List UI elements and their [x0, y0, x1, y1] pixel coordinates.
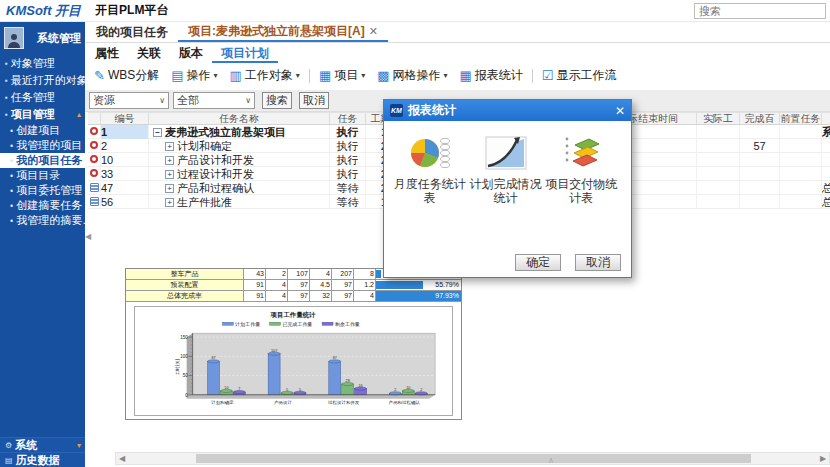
- tab[interactable]: 我的项目任务: [86, 22, 178, 42]
- sidebar-subitem[interactable]: •我管理的摘要…: [0, 213, 85, 228]
- svg-text:产品设计: 产品设计: [274, 400, 292, 405]
- sidebar-subitem-label: 项目委托管理: [16, 183, 82, 198]
- resource-dropdown[interactable]: 资源 ∨: [89, 92, 169, 109]
- work-object-icon: ▥: [230, 69, 242, 82]
- task-name-label: 生产件批准: [177, 196, 232, 208]
- column-header[interactable]: [822, 113, 830, 124]
- summary-value: 8: [354, 269, 376, 279]
- sidebar-subitem[interactable]: •创建项目: [0, 123, 85, 138]
- tree-toggle-icon[interactable]: +: [165, 170, 174, 179]
- ok-button[interactable]: 确定: [515, 254, 561, 271]
- operate-button[interactable]: ▤操作▾: [171, 67, 217, 84]
- svg-text:16: 16: [358, 384, 362, 388]
- task-status: 执行: [330, 139, 366, 153]
- scope-dropdown[interactable]: 全部 ∨: [173, 92, 255, 109]
- sidebar-item[interactable]: ▤历史数据: [0, 452, 85, 467]
- project-button[interactable]: ▦项目▾: [319, 67, 365, 84]
- sidebar-item[interactable]: ▪项目管理▴: [0, 106, 85, 123]
- task-type-cell: [88, 153, 101, 167]
- tree-toggle-icon[interactable]: −: [153, 128, 162, 137]
- sidebar-item[interactable]: ▪对象管理: [0, 55, 85, 72]
- grid-operate-button[interactable]: ▩网格操作▾: [377, 67, 447, 84]
- collapse-triangle-icon[interactable]: ▾: [77, 441, 81, 450]
- cancel-button[interactable]: 取消: [299, 92, 329, 109]
- summary-value: 32: [310, 291, 332, 301]
- scroll-left-icon[interactable]: ◀: [116, 453, 128, 464]
- subtab[interactable]: 关联: [128, 45, 170, 63]
- sidebar-subitem[interactable]: •创建摘要任务: [0, 198, 85, 213]
- app-logo: KMSoft 开目: [6, 2, 81, 20]
- splitter-grip-icon[interactable]: ∧: [548, 456, 554, 465]
- horizontal-scrollbar[interactable]: ◀ ▶: [115, 452, 830, 465]
- task-name-label: 产品和过程确认: [177, 182, 254, 194]
- sidebar-item[interactable]: ⚙系统▾: [0, 437, 85, 452]
- report-option-label: 项目交付物统计表: [543, 178, 619, 206]
- sidebar-item[interactable]: ▪最近打开的对象: [0, 72, 85, 89]
- wbs-button[interactable]: ✎WBS分解: [94, 67, 159, 84]
- column-header[interactable]: [88, 113, 101, 124]
- close-icon[interactable]: ✕: [369, 25, 378, 38]
- collapse-triangle-icon[interactable]: ▴: [77, 110, 81, 119]
- sidebar-subitem[interactable]: •项目委托管理: [0, 183, 85, 198]
- sidebar-item[interactable]: ▪任务管理: [0, 89, 85, 106]
- sidebar-subitem[interactable]: •项目目录: [0, 168, 85, 183]
- summary-row[interactable]: 总体完成率914973297497.93%: [126, 291, 461, 302]
- summary-value: 91: [244, 291, 266, 301]
- sidebar-item-label: 任务管理: [11, 90, 55, 105]
- tree-toggle-icon[interactable]: +: [165, 198, 174, 207]
- tab[interactable]: 项目:麦弗逊式独立前悬架项目[A]✕: [178, 22, 388, 42]
- column-header[interactable]: 任务: [330, 113, 366, 124]
- column-header[interactable]: 前置任务: [780, 113, 822, 124]
- search-input[interactable]: [694, 3, 826, 19]
- scrollbar-thumb[interactable]: [196, 454, 751, 463]
- svg-text:28: 28: [346, 379, 350, 383]
- report-option[interactable]: 计划完成情况统计: [468, 128, 544, 206]
- bullet-icon: •: [10, 141, 13, 151]
- task-name-cell: +产品设计和开发: [149, 153, 330, 167]
- column-header[interactable]: 实际工: [697, 113, 740, 124]
- tree-toggle-icon[interactable]: +: [165, 142, 174, 151]
- task-status: 执行: [330, 153, 366, 167]
- summary-row[interactable]: 预装配置914974.5971.255.79%: [126, 280, 461, 291]
- subtab[interactable]: 项目计划: [212, 45, 278, 63]
- dialog-title-bar[interactable]: KM 报表统计 ✕: [384, 100, 631, 121]
- actual-work-cell: [697, 139, 740, 153]
- gear-icon: ⚙: [5, 441, 12, 450]
- toolbar-label: 项目: [334, 67, 358, 84]
- sidebar-title: 系统管理: [37, 31, 81, 46]
- tree-toggle-icon[interactable]: +: [165, 156, 174, 165]
- subtab[interactable]: 版本: [170, 45, 212, 63]
- toolbar-label: 显示工作流: [556, 67, 616, 84]
- task-type-cell: [88, 195, 101, 209]
- task-type-cell: [88, 125, 101, 139]
- summary-value: 91: [244, 280, 266, 290]
- tree-toggle-icon[interactable]: +: [165, 184, 174, 193]
- close-icon[interactable]: ✕: [615, 104, 625, 118]
- task-name-cell: +过程设计和开发: [149, 167, 330, 181]
- report-stats-button[interactable]: ▦报表统计: [460, 67, 523, 84]
- report-option[interactable]: 项目交付物统计表: [543, 128, 619, 206]
- work-object-button[interactable]: ▥工作对象▾: [230, 67, 300, 84]
- caret-down-icon: ▾: [443, 71, 447, 80]
- cancel-button[interactable]: 取消: [575, 254, 621, 271]
- tab-label: 我的项目任务: [96, 24, 168, 41]
- chevron-down-icon: ∨: [159, 96, 165, 105]
- summary-value: 4: [266, 291, 288, 301]
- user-avatar-icon[interactable]: [4, 27, 24, 49]
- show-workflow-button[interactable]: ☑显示工作流: [542, 67, 617, 84]
- scope-dropdown-value: 全部: [177, 93, 199, 108]
- column-header[interactable]: 任务名称: [149, 113, 330, 124]
- column-header[interactable]: 编号: [101, 113, 149, 124]
- subtab[interactable]: 属性: [86, 45, 128, 63]
- report-option[interactable]: 月度任务统计表: [392, 128, 468, 206]
- task-type-cell: [88, 139, 101, 153]
- sidebar-collapse-icon[interactable]: ◀: [85, 232, 91, 241]
- task-type-cell: [88, 181, 101, 195]
- sidebar-subitem[interactable]: •我的项目任务: [0, 153, 85, 168]
- search-button[interactable]: 搜索: [262, 92, 292, 109]
- sidebar-subitem[interactable]: •我管理的项目: [0, 138, 85, 153]
- column-header[interactable]: 完成百: [740, 113, 780, 124]
- svg-text:工时(天): 工时(天): [175, 358, 180, 375]
- actual-work-cell: [697, 153, 740, 167]
- scroll-right-icon[interactable]: ▶: [817, 453, 829, 464]
